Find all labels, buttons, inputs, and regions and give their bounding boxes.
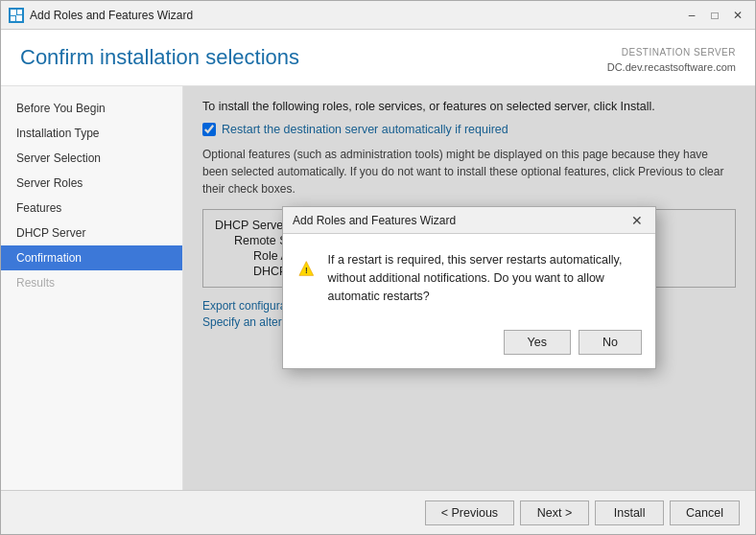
close-button[interactable]: ✕ — [728, 6, 747, 25]
dialog-no-button[interactable]: No — [579, 330, 642, 355]
svg-rect-2 — [11, 16, 15, 21]
main-window: Add Roles and Features Wizard – □ ✕ Conf… — [0, 0, 756, 535]
dialog-footer: Yes No — [283, 322, 655, 368]
sidebar-item-before-you-begin[interactable]: Before You Begin — [1, 96, 182, 121]
cancel-button[interactable]: Cancel — [670, 500, 740, 525]
destination-server-info: DESTINATION SERVER DC.dev.recastsoftware… — [607, 45, 736, 76]
page-header: Confirm installation selections DESTINAT… — [1, 30, 755, 86]
confirm-dialog: Add Roles and Features Wizard ✕ ! If a r… — [282, 206, 656, 369]
dest-server-label: DESTINATION SERVER — [607, 45, 736, 59]
minimize-button[interactable]: – — [682, 6, 701, 25]
install-button[interactable]: Install — [595, 500, 664, 525]
dialog-title: Add Roles and Features Wizard — [293, 214, 456, 227]
dialog-overlay: Add Roles and Features Wizard ✕ ! If a r… — [183, 86, 755, 491]
sidebar-item-confirmation[interactable]: Confirmation — [1, 245, 182, 270]
window-title: Add Roles and Features Wizard — [30, 9, 193, 22]
svg-rect-0 — [11, 10, 16, 15]
title-bar: Add Roles and Features Wizard – □ ✕ — [1, 1, 755, 30]
maximize-button[interactable]: □ — [705, 6, 724, 25]
main-layout: Before You Begin Installation Type Serve… — [1, 86, 755, 491]
dialog-close-button[interactable]: ✕ — [628, 212, 646, 229]
sidebar-item-dhcp-server[interactable]: DHCP Server — [1, 221, 182, 245]
dialog-body: ! If a restart is required, this server … — [283, 234, 655, 322]
main-content: To install the following roles, role ser… — [183, 86, 755, 491]
sidebar-item-server-roles[interactable]: Server Roles — [1, 171, 182, 196]
svg-rect-3 — [16, 15, 22, 21]
warning-icon: ! — [298, 251, 315, 286]
sidebar-item-installation-type[interactable]: Installation Type — [1, 121, 182, 146]
dialog-message: If a restart is required, this server re… — [328, 251, 640, 305]
sidebar: Before You Begin Installation Type Serve… — [1, 86, 183, 491]
dest-server-value: DC.dev.recastsoftware.com — [607, 59, 736, 76]
svg-rect-1 — [17, 10, 22, 14]
dialog-yes-button[interactable]: Yes — [504, 330, 571, 355]
footer: < Previous Next > Install Cancel — [1, 490, 755, 534]
svg-text:!: ! — [305, 267, 308, 275]
sidebar-item-results: Results — [1, 270, 182, 295]
sidebar-item-features[interactable]: Features — [1, 196, 182, 221]
page-title: Confirm installation selections — [20, 45, 299, 70]
previous-button[interactable]: < Previous — [425, 500, 514, 525]
title-bar-left: Add Roles and Features Wizard — [9, 8, 193, 23]
app-icon — [9, 8, 24, 23]
window-controls: – □ ✕ — [682, 6, 747, 25]
dialog-title-bar: Add Roles and Features Wizard ✕ — [283, 207, 655, 234]
sidebar-item-server-selection[interactable]: Server Selection — [1, 146, 182, 171]
next-button[interactable]: Next > — [520, 500, 589, 525]
